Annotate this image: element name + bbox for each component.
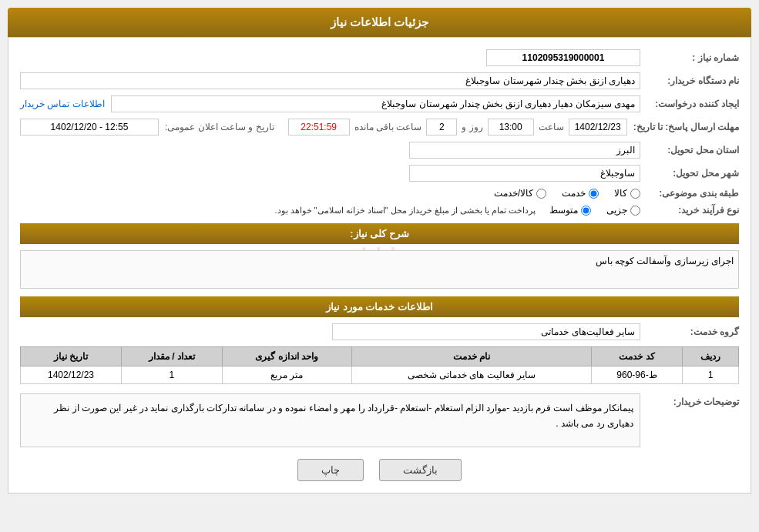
table-cell-quantity: 1	[121, 366, 222, 384]
services-section-header: اطلاعات خدمات مورد نیاز	[20, 296, 739, 317]
category-option-khedmat[interactable]: خدمت	[562, 188, 599, 199]
table-cell-date: 1402/12/23	[21, 366, 122, 384]
city-label: شهر محل تحویل:	[646, 168, 739, 179]
description-section-header: شرح کلی نیاز:	[20, 223, 739, 244]
deadline-time-label: ساعت	[539, 122, 564, 132]
purchase-radio-mottavas[interactable]	[581, 206, 591, 216]
public-announce-value: 1402/12/20 - 12:55	[20, 119, 159, 136]
purchase-type-label: نوع فرآیند خرید:	[646, 205, 739, 216]
description-value: اجرای زیرسازی وآسفالت کوچه باس	[20, 250, 739, 289]
public-announce-label: تاریخ و ساعت اعلان عمومی:	[165, 122, 274, 132]
buyer-value: دهیاری ازنق بخش چندار شهرستان ساوجبلاغ	[20, 72, 640, 89]
col-header-rownum: ردیف	[682, 347, 738, 366]
category-label-kala: کالا	[614, 188, 627, 199]
category-label-kala-khedmat: کالا/خدمت	[494, 188, 533, 199]
category-option-kala[interactable]: کالا	[614, 188, 640, 199]
print-button[interactable]: چاپ	[297, 459, 364, 481]
purchase-label-jozi: جزیی	[606, 205, 627, 216]
table-row: 1ط-96-960سایر فعالیت های خدماتی شخصیمتر …	[21, 366, 739, 384]
group-service-value: سایر فعالیت‌های خدماتی	[332, 323, 640, 340]
creator-label: ایجاد کننده درخواست:	[646, 99, 739, 109]
col-header-qty: تعداد / مقدار	[121, 347, 222, 366]
services-table: ردیف کد خدمت نام خدمت واحد اندازه گیری ت…	[20, 346, 739, 384]
purchase-option-jozi[interactable]: جزیی	[606, 205, 640, 216]
contact-link[interactable]: اطلاعات تماس خریدار	[20, 99, 105, 109]
need-number-label: شماره نیاز :	[646, 52, 739, 63]
table-cell-row_num: 1	[682, 366, 738, 384]
buyer-label: نام دستگاه خریدار:	[646, 75, 739, 86]
group-service-label: گروه خدمت:	[646, 326, 739, 337]
page-title: جزئیات اطلاعات نیاز	[8, 8, 751, 37]
category-radio-kala[interactable]	[630, 189, 640, 199]
need-number-value: 1102095319000001	[486, 49, 640, 66]
category-label-khedmat: خدمت	[562, 188, 586, 199]
category-radio-kala-khedmat[interactable]	[536, 189, 546, 199]
purchase-type-radio-group: جزیی متوسط	[549, 205, 640, 216]
deadline-label: مهلت ارسال پاسخ: تا تاریخ:	[633, 122, 739, 132]
province-label: استان محل تحویل:	[646, 145, 739, 156]
table-cell-code: ط-96-960	[592, 366, 683, 384]
category-option-kala-khedmat[interactable]: کالا/خدمت	[494, 188, 546, 199]
days-label: روز و	[462, 122, 482, 132]
back-button[interactable]: بازگشت	[379, 459, 462, 481]
remaining-time: 22:51:59	[288, 119, 350, 136]
purchase-radio-jozi[interactable]	[630, 206, 640, 216]
remaining-label: ساعت باقی مانده	[354, 122, 422, 132]
days-value: 2	[426, 119, 457, 136]
col-header-date: تاریخ نیاز	[21, 347, 122, 366]
purchase-note: پرداخت تمام یا بخشی از مبلغ خریداز محل "…	[274, 206, 536, 216]
table-cell-unit: متر مربع	[222, 366, 351, 384]
col-header-code: کد خدمت	[592, 347, 683, 366]
creator-value: مهدی سیزمکان دهیار دهیاری ازنق بخش چندار…	[111, 95, 640, 112]
deadline-time: 13:00	[488, 119, 534, 136]
category-radio-khedmat[interactable]	[589, 189, 599, 199]
table-cell-name: سایر فعالیت های خدماتی شخصی	[351, 366, 592, 384]
purchase-label-mottavas: متوسط	[549, 205, 578, 216]
deadline-date: 1402/12/23	[569, 119, 627, 136]
province-value: البرز	[409, 142, 640, 159]
city-value: ساوجبلاغ	[409, 165, 640, 182]
notes-text: پیمانکار موظف است فرم بازدید -موارد الزا…	[20, 393, 640, 447]
col-header-name: نام خدمت	[351, 347, 592, 366]
col-header-unit: واحد اندازه گیری	[222, 347, 351, 366]
notes-label: توضیحات خریدار:	[646, 393, 739, 407]
purchase-option-mottavas[interactable]: متوسط	[549, 205, 591, 216]
button-row: بازگشت چاپ	[20, 459, 739, 481]
category-radio-group: کالا خدمت کالا/خدمت	[494, 188, 640, 199]
category-label: طبقه بندی موضوعی:	[646, 188, 739, 199]
